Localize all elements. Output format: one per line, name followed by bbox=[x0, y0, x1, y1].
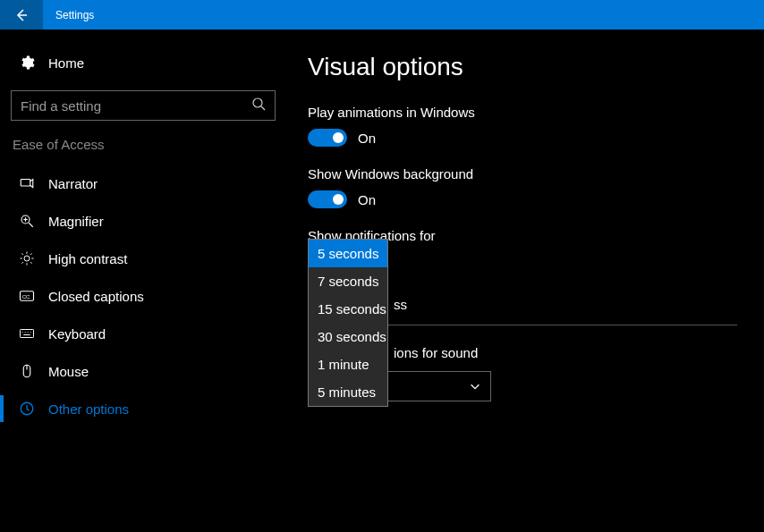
mouse-icon bbox=[18, 363, 36, 379]
sidebar-item-other-options[interactable]: Other options bbox=[11, 390, 276, 427]
window-title: Settings bbox=[55, 9, 94, 21]
sidebar-item-label: High contrast bbox=[48, 251, 127, 266]
titlebar: Settings bbox=[0, 0, 764, 30]
svg-point-0 bbox=[253, 98, 262, 107]
page-heading: Visual options bbox=[308, 53, 743, 81]
svg-line-15 bbox=[30, 253, 32, 255]
sidebar-item-narrator[interactable]: Narrator bbox=[11, 165, 276, 202]
show-bg-toggle[interactable] bbox=[308, 190, 347, 208]
dropdown-option[interactable]: 5 minutes bbox=[309, 378, 387, 406]
sidebar-item-label: Magnifier bbox=[48, 214, 104, 229]
svg-rect-18 bbox=[21, 330, 34, 338]
sidebar-item-label: Other options bbox=[48, 401, 129, 417]
sidebar-item-label: Keyboard bbox=[48, 326, 106, 342]
search-input[interactable] bbox=[21, 98, 251, 114]
toggle-knob bbox=[333, 194, 344, 205]
sidebar-item-magnifier[interactable]: Magnifier bbox=[11, 202, 276, 240]
svg-line-1 bbox=[261, 106, 265, 110]
high-contrast-icon bbox=[18, 250, 36, 266]
svg-rect-2 bbox=[21, 180, 30, 187]
notifications-duration-dropdown[interactable]: 5 seconds 7 seconds 15 seconds 30 second… bbox=[308, 239, 388, 407]
svg-line-12 bbox=[21, 253, 23, 255]
gear-icon bbox=[18, 55, 36, 71]
back-button[interactable] bbox=[0, 0, 43, 30]
svg-line-4 bbox=[29, 223, 33, 227]
svg-line-14 bbox=[21, 262, 23, 264]
dropdown-option[interactable]: 1 minute bbox=[309, 350, 387, 378]
arrow-left-icon bbox=[14, 8, 29, 22]
svg-text:CC: CC bbox=[22, 294, 30, 300]
sidebar-item-closed-captions[interactable]: CC Closed captions bbox=[11, 277, 276, 315]
search-icon bbox=[251, 97, 266, 114]
svg-point-7 bbox=[24, 256, 30, 261]
play-animations-toggle[interactable] bbox=[308, 129, 347, 147]
dropdown-option[interactable]: 15 seconds bbox=[309, 295, 387, 323]
other-options-icon bbox=[18, 401, 36, 417]
search-box[interactable] bbox=[11, 90, 276, 121]
chevron-down-icon bbox=[469, 380, 481, 393]
show-bg-label: Show Windows background bbox=[308, 166, 743, 182]
dropdown-option[interactable]: 5 seconds bbox=[309, 240, 387, 267]
sidebar: Home Ease of Access Narrator Magnifier bbox=[0, 30, 286, 532]
play-animations-label: Play animations in Windows bbox=[308, 105, 743, 120]
narrator-icon bbox=[18, 175, 36, 191]
sidebar-item-label: Narrator bbox=[48, 176, 98, 191]
home-nav[interactable]: Home bbox=[11, 47, 276, 78]
closed-captions-icon: CC bbox=[18, 288, 36, 304]
dropdown-option[interactable]: 30 seconds bbox=[309, 323, 387, 350]
sidebar-item-mouse[interactable]: Mouse bbox=[11, 352, 276, 390]
play-animations-state: On bbox=[358, 131, 376, 146]
show-bg-state: On bbox=[358, 192, 376, 207]
main-panel: Visual options Play animations in Window… bbox=[286, 30, 764, 532]
sidebar-item-high-contrast[interactable]: High contrast bbox=[11, 240, 276, 277]
home-label: Home bbox=[48, 55, 84, 71]
sidebar-item-label: Closed captions bbox=[48, 289, 144, 304]
category-label: Ease of Access bbox=[11, 137, 276, 152]
toggle-knob bbox=[333, 132, 344, 143]
sidebar-item-label: Mouse bbox=[48, 364, 89, 379]
dropdown-option[interactable]: 7 seconds bbox=[309, 267, 387, 295]
keyboard-icon bbox=[18, 325, 36, 342]
sidebar-item-keyboard[interactable]: Keyboard bbox=[11, 315, 276, 352]
svg-line-13 bbox=[30, 262, 32, 264]
magnifier-icon bbox=[18, 213, 36, 229]
